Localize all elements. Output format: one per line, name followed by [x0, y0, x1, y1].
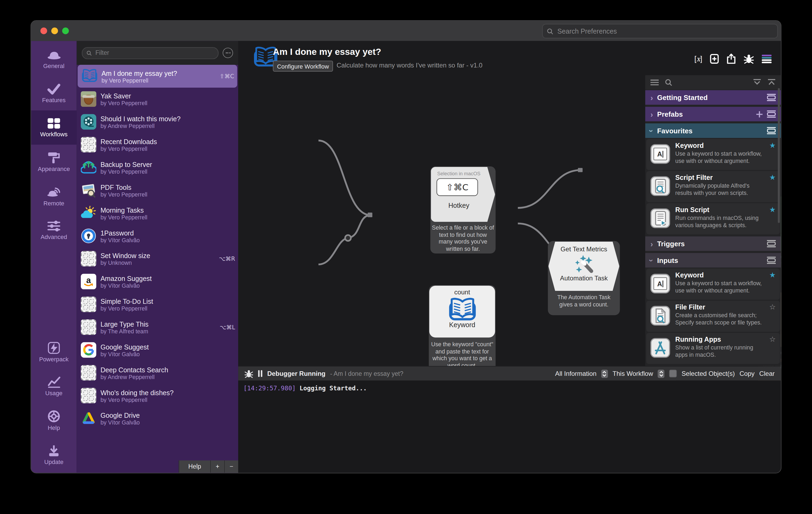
workflow-row-movie[interactable]: Should I watch this movie?by Andrew Pepp…: [77, 110, 238, 133]
panel-toggle-icon[interactable]: [767, 240, 776, 247]
titlebar[interactable]: [31, 21, 781, 42]
workflow-row-backup[interactable]: Backup to Serverby Vero Pepperrell: [77, 156, 238, 179]
stepper-icon[interactable]: [601, 369, 608, 378]
workflow-row-1password[interactable]: 1Passwordby Vítor Galvão: [77, 224, 238, 247]
workflow-row-essay[interactable]: Am I done my essay yet?by Vero Pepperrel…: [78, 65, 237, 88]
export-share-icon[interactable]: [727, 54, 736, 64]
workflow-row-recent-downloads[interactable]: Recent Downloadsby Vero Pepperrell: [77, 133, 238, 156]
workflow-filter-field[interactable]: [82, 47, 219, 59]
panel-toggle-icon[interactable]: [767, 257, 776, 264]
add-workflow-button[interactable]: +: [210, 460, 224, 473]
sidebar-item-features[interactable]: Features: [31, 76, 77, 110]
stepper-icon[interactable]: [658, 369, 664, 378]
workflow-row-pdf-tools[interactable]: PDF Toolsby Vero Pepperrell: [77, 179, 238, 201]
palette-section-favourites[interactable]: › Favourites: [645, 124, 781, 138]
panel-toggle-icon[interactable]: [767, 127, 776, 134]
configure-workflow-button[interactable]: Configure Workflow: [273, 61, 333, 72]
workflow-row-morning-tasks[interactable]: Morning Tasksby Vero Pepperrell: [77, 201, 238, 224]
favourite-star-outline-icon[interactable]: ☆: [769, 303, 776, 311]
sidebar-item-workflows[interactable]: Workflows: [31, 110, 77, 145]
remote-hat-icon: [47, 186, 61, 197]
favourite-star-icon[interactable]: ★: [769, 141, 776, 150]
palette-section-getting-started[interactable]: › Getting Started: [645, 90, 781, 105]
paint-roller-icon: [47, 151, 60, 164]
palette-section-inputs[interactable]: › Inputs: [645, 253, 781, 268]
variables-icon[interactable]: [x]: [694, 54, 702, 63]
log-message: Logging Started...: [299, 385, 367, 392]
workflow-row-dishes[interactable]: Who's doing the dishes?by Vero Pepperrel…: [77, 384, 238, 407]
palette-item-keyword[interactable]: A Keyword Use a keyword to start a workf…: [646, 139, 780, 170]
palette-header: [645, 75, 781, 89]
node-keyword[interactable]: count Keyword Use the keyword "count" an…: [429, 285, 496, 375]
workflow-row-set-window-size[interactable]: Set Window sizeby Unknown ⌥⌘R: [77, 247, 238, 270]
workflow-row-deep-contacts[interactable]: Deep Contacts Searchby Andrew Pepperrell: [77, 361, 238, 384]
sidebar-item-update[interactable]: Update: [31, 438, 77, 472]
node-hotkey[interactable]: Selection in macOS ⇧⌘C Hotkey Select a f…: [430, 166, 496, 253]
workflow-row-yak-saver[interactable]: Yak Saverby Vero Pepperrell: [77, 88, 238, 110]
rail-spacer: [31, 247, 77, 335]
workflow-row-amazon-suggest[interactable]: a Amazon Suggestby Vítor Galvão: [77, 270, 238, 293]
filter-options-button[interactable]: [223, 48, 233, 58]
remove-workflow-button[interactable]: −: [224, 460, 238, 473]
search-preferences-input[interactable]: [556, 27, 773, 35]
copy-button[interactable]: Copy: [740, 370, 755, 377]
palette-item-run-script[interactable]: Run Script Run commands in macOS, using …: [646, 203, 780, 235]
palette-section-prefabs[interactable]: › Prefabs: [645, 107, 781, 121]
debugger-log[interactable]: [14:29:57.980] Logging Started...: [238, 381, 781, 473]
minimize-button[interactable]: [51, 27, 58, 34]
palette-item-script-filter[interactable]: Script Filter Dynamically populate Alfre…: [646, 171, 780, 202]
debug-scope-info[interactable]: All Information: [555, 370, 597, 377]
sidebar-item-powerpack[interactable]: Powerpack: [31, 335, 77, 369]
sidebar-item-usage[interactable]: Usage: [31, 369, 77, 403]
close-button[interactable]: [40, 27, 47, 34]
sidebar-item-help[interactable]: Help: [31, 403, 77, 437]
script-filter-object-icon: [650, 177, 670, 196]
palette-search-icon[interactable]: [665, 79, 672, 86]
favourite-star-icon[interactable]: ★: [769, 206, 776, 214]
workflow-list: Am I done my essay yet?by Vero Pepperrel…: [77, 65, 238, 430]
collapse-all-icon[interactable]: [753, 79, 761, 85]
workflow-row-google-suggest[interactable]: Google Suggestby Vítor Galvão: [77, 339, 238, 361]
workflow-filter-input[interactable]: [94, 49, 214, 57]
debugger-bug-icon[interactable]: [744, 54, 754, 64]
debug-scope-target[interactable]: This Workflow: [612, 370, 653, 377]
palette-scrollbar[interactable]: [778, 88, 780, 223]
book-icon: [82, 69, 97, 84]
help-button[interactable]: Help: [179, 460, 210, 473]
scroll-top-icon[interactable]: [767, 79, 776, 85]
workflow-list-footer: Help + −: [77, 460, 238, 473]
panel-toggle-icon[interactable]: [767, 94, 776, 101]
workflow-row-google-drive[interactable]: Google Driveby Vítor Galvão: [77, 407, 238, 430]
yak-photo-icon: [81, 91, 96, 107]
workflow-menu-icon[interactable]: [762, 54, 772, 63]
sidebar-item-general[interactable]: General: [31, 42, 77, 76]
palette-item-keyword-inputs[interactable]: A Keyword Use a keyword to start a workf…: [646, 269, 780, 300]
google-drive-icon: [81, 410, 96, 426]
palette-section-triggers[interactable]: › Triggers: [645, 236, 781, 251]
favourite-star-icon[interactable]: ★: [769, 173, 776, 182]
favourite-star-icon[interactable]: ★: [769, 271, 776, 279]
favourite-star-outline-icon[interactable]: ☆: [769, 335, 776, 343]
search-preferences-field[interactable]: [542, 24, 778, 38]
svg-text:a: a: [86, 275, 91, 285]
selected-objects-checkbox[interactable]: [669, 370, 677, 377]
zoom-button[interactable]: [62, 27, 69, 34]
lightning-bolt-icon: [48, 342, 60, 354]
clear-button[interactable]: Clear: [759, 370, 775, 377]
panel-toggle-icon[interactable]: [767, 110, 776, 118]
palette-menu-icon[interactable]: [650, 79, 659, 85]
palette-item-file-filter[interactable]: File Filter Create a customised file sea…: [646, 301, 780, 332]
keyword-object-icon: A: [650, 144, 670, 164]
photos-magnifier-icon: [81, 183, 96, 198]
sidebar-item-remote[interactable]: Remote: [31, 179, 77, 213]
palette-item-running-apps[interactable]: Running Apps Show a list of currently ru…: [646, 333, 780, 364]
plus-icon[interactable]: [756, 111, 763, 117]
sidebar-item-appearance[interactable]: Appearance: [31, 145, 77, 179]
node-automation-task[interactable]: Get Text Metrics Automation Task The Aut…: [548, 241, 620, 315]
workflow-row-todo-list[interactable]: Simple To-Do Listby Vero Pepperrell: [77, 293, 238, 316]
add-object-icon[interactable]: [710, 54, 719, 64]
sidebar-item-advanced[interactable]: Advanced: [31, 213, 77, 247]
workflow-canvas[interactable]: Selection in macOS ⇧⌘C Hotkey Select a f…: [238, 96, 676, 387]
pause-icon[interactable]: [258, 370, 262, 377]
workflow-row-large-type[interactable]: Large Type Thisby The Alfred team ⌥⌘L: [77, 316, 238, 339]
